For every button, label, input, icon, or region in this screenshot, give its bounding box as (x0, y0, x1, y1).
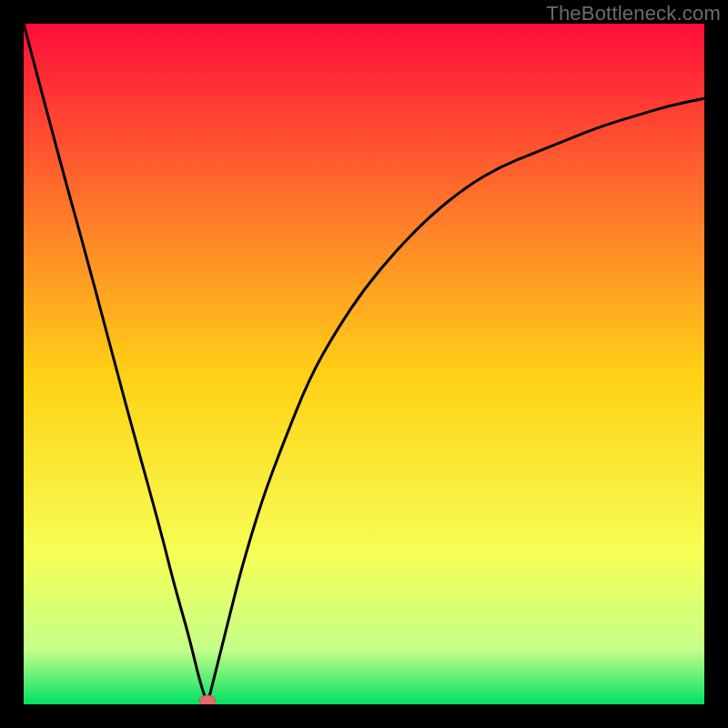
watermark-text: TheBottleneck.com (546, 2, 721, 25)
minimum-marker (199, 695, 216, 704)
bottleneck-chart (24, 24, 704, 704)
plot-area (24, 24, 704, 704)
chart-frame: TheBottleneck.com (0, 0, 728, 728)
